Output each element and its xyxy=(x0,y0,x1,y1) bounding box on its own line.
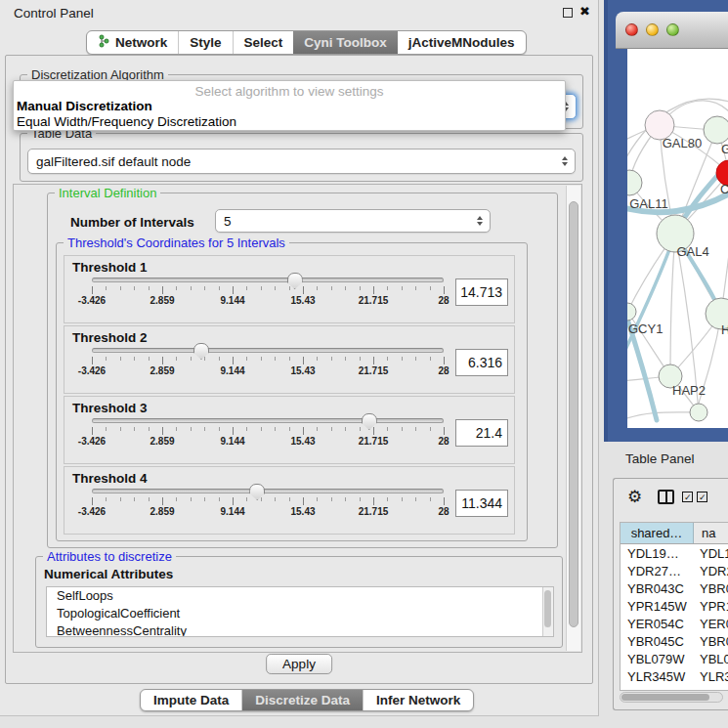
stepper-arrows-icon xyxy=(557,156,572,166)
checkbox-icon[interactable]: ✓ xyxy=(682,492,693,502)
threshold-value-field[interactable]: 21.4 xyxy=(455,419,508,447)
table-panel-toolbar: ⚙ ✓ ✓ xyxy=(627,489,707,505)
tick-label: 21.715 xyxy=(359,365,389,376)
threshold-slider[interactable] xyxy=(92,348,444,353)
group-title: Interval Definition xyxy=(55,186,160,200)
threshold-slider[interactable] xyxy=(92,489,444,493)
cyni-bottom-tab-bar: Impute Data Discretize Data Infer Networ… xyxy=(140,689,474,711)
float-window-icon[interactable] xyxy=(563,8,573,18)
checkbox-icon[interactable]: ✓ xyxy=(697,492,707,502)
tick-label: 28 xyxy=(438,506,449,517)
tab-label: Network xyxy=(115,35,167,50)
threshold-value-field[interactable]: 11.344 xyxy=(455,490,508,517)
tick-label: 28 xyxy=(438,436,449,447)
close-icon[interactable]: ✖ xyxy=(579,4,590,19)
scrollbar-thumb[interactable] xyxy=(621,694,709,701)
table-data-group: Table Data galFiltered.sif default node xyxy=(20,133,583,182)
node-gcy1[interactable] xyxy=(627,303,636,321)
tick-label: -3.426 xyxy=(78,506,106,517)
slider-ticks xyxy=(92,357,445,364)
tick-label: 9.144 xyxy=(220,295,244,306)
slider-tick-labels: -3.426 2.859 9.144 15.43 21.715 28 xyxy=(92,365,444,377)
close-traffic-light-icon[interactable] xyxy=(625,23,638,36)
tick-label: 2.859 xyxy=(150,436,174,447)
tab-style[interactable]: Style xyxy=(178,31,232,54)
table-row[interactable]: YDR27…YDR2 xyxy=(621,562,728,579)
column-layout-icon[interactable] xyxy=(658,490,674,504)
number-of-intervals-label: Number of Intervals xyxy=(70,215,194,230)
network-icon xyxy=(98,34,110,51)
tab-infer-network[interactable]: Infer Network xyxy=(363,690,473,710)
tab-label: Cyni Toolbox xyxy=(304,35,387,50)
tick-label: 9.144 xyxy=(220,365,244,376)
table-row[interactable]: YBR043CYBR0 xyxy=(621,579,728,597)
node-gal11[interactable] xyxy=(627,170,642,195)
list-scrollbar[interactable] xyxy=(542,587,553,636)
tick-label: 15.43 xyxy=(290,506,315,517)
attributes-to-discretize-group: Attributes to discretize Numerical Attri… xyxy=(35,556,563,648)
threshold-slider[interactable] xyxy=(92,418,444,423)
dropdown-item-equal-width-frequency[interactable]: Equal Width/Frequency Discretization xyxy=(14,114,565,130)
network-canvas[interactable]: GAL80 G GAL11 C GAL4 GCY1 H HAP2 xyxy=(627,49,728,428)
column-header-shared-name[interactable]: shared… xyxy=(621,523,694,543)
threshold-value-field[interactable]: 14.713 xyxy=(455,278,508,306)
threshold-value-field[interactable]: 6.316 xyxy=(455,349,508,376)
column-header-name[interactable]: na xyxy=(694,523,728,543)
number-of-intervals-select[interactable]: 5 xyxy=(215,209,491,233)
list-item[interactable]: BetweennessCentrality xyxy=(47,622,553,637)
threshold-panel: Threshold 2 -3.426 2.859 9.144 xyxy=(64,325,515,394)
table-row[interactable]: YBR045CYBR0 xyxy=(621,632,728,650)
table-row[interactable]: YLR345WYLR3 xyxy=(621,667,728,685)
numerical-attributes-label: Numerical Attributes xyxy=(44,567,173,581)
tick-label: 2.859 xyxy=(150,506,174,517)
list-item[interactable]: TopologicalCoefficient xyxy=(47,605,553,622)
tab-jactivemnodules[interactable]: jActiveMNodules xyxy=(398,31,526,54)
node-label: G xyxy=(721,142,728,156)
threshold-panel: Threshold 1 -3.426 2.859 9.144 xyxy=(64,255,515,323)
list-item[interactable]: SelfLoops xyxy=(47,587,553,605)
network-node-labels: GAL80 G GAL11 C GAL4 GCY1 H HAP2 xyxy=(628,136,728,398)
apply-button[interactable]: Apply xyxy=(266,654,332,674)
threshold-title: Threshold 4 xyxy=(72,471,514,486)
node-label: GAL80 xyxy=(663,136,702,150)
table-row[interactable]: YBL079WYBL0 xyxy=(621,650,728,667)
table-data-select[interactable]: galFiltered.sif default node xyxy=(27,149,576,174)
slider-ticks xyxy=(92,427,445,435)
zoom-traffic-light-icon[interactable] xyxy=(666,23,679,36)
table-row[interactable]: YDL19…YDL1 xyxy=(621,544,728,562)
threshold-title: Threshold 2 xyxy=(72,330,514,345)
control-panel-tab-bar: Network Style Select Cyni Toolbox jActiv… xyxy=(86,30,527,55)
tab-label: jActiveMNodules xyxy=(408,35,515,50)
tab-impute-data[interactable]: Impute Data xyxy=(141,690,241,710)
tab-network[interactable]: Network xyxy=(87,31,178,54)
stepper-arrows-icon xyxy=(472,216,487,226)
dropdown-item-manual-discretization[interactable]: Manual Discretization xyxy=(14,99,565,114)
tick-label: -3.426 xyxy=(78,295,106,306)
numerical-attributes-list[interactable]: SelfLoops TopologicalCoefficient Between… xyxy=(46,586,554,637)
table-horizontal-scrollbar[interactable] xyxy=(620,692,723,703)
thresholds-group: Threshold's Coordinates for 5 Intervals … xyxy=(56,242,528,541)
tab-discretize-data[interactable]: Discretize Data xyxy=(241,690,363,710)
network-window-titlebar[interactable] xyxy=(616,12,728,49)
tick-label: 15.43 xyxy=(290,365,315,376)
slider-ticks xyxy=(92,286,445,294)
tab-label: Style xyxy=(190,35,221,50)
minimize-traffic-light-icon[interactable] xyxy=(646,23,659,36)
threshold-slider[interactable] xyxy=(92,278,444,282)
control-panel-window: Control Panel ✖ Network Style Select Cyn… xyxy=(0,0,599,716)
table-row[interactable]: YPR145WYPR1 xyxy=(621,597,728,615)
table-row[interactable]: YIL052CYIL0 xyxy=(621,685,728,691)
settings-scrollbar[interactable] xyxy=(566,186,580,651)
tick-label: 21.715 xyxy=(359,506,389,517)
threshold-title: Threshold 1 xyxy=(72,260,514,275)
interval-definition-group: Interval Definition Number of Intervals … xyxy=(47,193,558,548)
window-title: Control Panel xyxy=(14,6,94,21)
scrollbar-thumb[interactable] xyxy=(569,201,578,627)
node-top-right[interactable] xyxy=(704,116,728,144)
node-bottom[interactable] xyxy=(690,404,707,421)
table-row[interactable]: YER054CYER0 xyxy=(621,615,728,632)
tick-label: 21.715 xyxy=(359,436,389,447)
gear-icon[interactable]: ⚙ xyxy=(627,489,642,505)
tab-select[interactable]: Select xyxy=(233,31,294,54)
tab-cyni-toolbox[interactable]: Cyni Toolbox xyxy=(293,31,398,54)
